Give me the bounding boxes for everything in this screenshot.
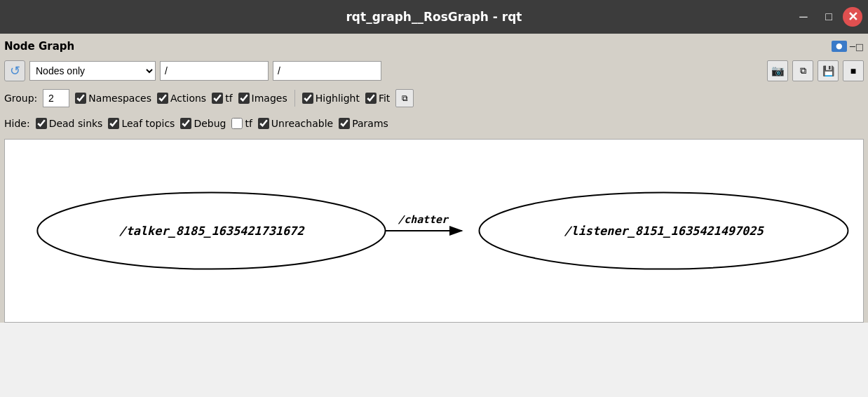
hide-options-row: Hide: Dead sinks Leaf topics Debug tf Un… [0,111,868,136]
fit-icon-button[interactable]: ⧉ [395,89,414,107]
namespaces-label: Namespaces [88,93,151,104]
tf-checkbox[interactable] [212,93,223,104]
fit-checkbox[interactable] [365,93,377,104]
leaf-topics-label: Leaf topics [121,118,175,129]
images-label: Images [252,93,287,104]
dead-sinks-checkbox-label[interactable]: Dead sinks [36,118,103,129]
save-icon: 💾 [822,65,834,76]
title-bar: rqt_graph__RosGraph - rqt ─ □ ✕ [0,0,868,34]
listener-label: /listener_8151_1635421497025 [564,224,764,238]
plugin-icon: ● [832,41,847,52]
group-stepper[interactable] [43,89,69,107]
actions-checkbox-label[interactable]: Actions [157,93,206,104]
leaf-topics-checkbox-label[interactable]: Leaf topics [108,118,175,129]
graph-area: /talker_8185_1635421731672 /chatter /lis… [4,139,864,323]
refresh-button[interactable]: ↺ [4,60,25,81]
tf-label: tf [225,93,232,104]
group-options-row: Group: Namespaces Actions tf Images High… [0,86,868,111]
images-checkbox-label[interactable]: Images [238,93,287,104]
namespaces-checkbox[interactable] [75,93,86,104]
highlight-label: Highlight [316,93,360,104]
fit-icon: ⧉ [402,93,408,103]
unreachable-checkbox-label[interactable]: Unreachable [258,118,333,129]
dead-sinks-checkbox[interactable] [36,118,47,129]
square-button[interactable]: ■ [843,60,864,81]
leaf-topics-checkbox[interactable] [108,118,119,129]
plugin-header-right: ● ─□ [832,41,864,52]
params-label: Params [352,118,388,129]
plugin-header: Node Graph ● ─□ [0,36,868,56]
actions-label: Actions [170,93,206,104]
separator-1 [294,90,295,107]
plugin-title: Node Graph [4,40,74,53]
tf2-checkbox[interactable] [231,118,243,129]
display-mode-select[interactable]: Nodes only Nodes/Topics (all) Nodes/Topi… [29,61,156,81]
plugin-controls: ─□ [850,41,864,52]
tf2-label: tf [245,118,252,129]
window-controls: ─ □ ✕ [792,6,862,28]
images-checkbox[interactable] [238,93,250,104]
params-checkbox-label[interactable]: Params [339,118,388,129]
tf-checkbox-label[interactable]: tf [212,93,232,104]
camera-button[interactable]: 📷 [767,60,788,81]
main-area: Node Graph ● ─□ ↺ Nodes only Nodes/Topic… [0,34,868,323]
fit-label: Fit [379,93,390,104]
params-checkbox[interactable] [339,118,350,129]
close-button[interactable]: ✕ [843,7,862,27]
group-label: Group: [4,93,37,104]
save-button[interactable]: 💾 [818,60,839,81]
window-title: rqt_graph__RosGraph - rqt [346,10,522,24]
unreachable-label: Unreachable [271,118,333,129]
actions-checkbox[interactable] [157,93,168,104]
debug-label: Debug [194,118,226,129]
namespace-filter-2[interactable] [273,61,381,81]
group-number-input[interactable] [43,89,69,107]
toolbar-row: ↺ Nodes only Nodes/Topics (all) Nodes/To… [0,56,868,86]
graph-svg: /talker_8185_1635421731672 /chatter /lis… [5,140,863,322]
tf2-checkbox-label[interactable]: tf [231,118,252,129]
refresh-icon: ↺ [10,63,20,79]
fit-checkbox-label[interactable]: Fit [365,93,390,104]
square-icon: ■ [850,65,856,76]
highlight-checkbox[interactable] [302,93,313,104]
hide-label: Hide: [4,118,30,129]
highlight-checkbox-label[interactable]: Highlight [302,93,360,104]
namespaces-checkbox-label[interactable]: Namespaces [75,93,151,104]
dead-sinks-label: Dead sinks [49,118,103,129]
debug-checkbox[interactable] [180,118,191,129]
chatter-topic-label: /chatter [398,213,449,226]
maximize-button[interactable]: □ [818,6,840,28]
camera-icon: 📷 [771,65,785,77]
copy-icon: ⧉ [800,65,806,76]
copy-button[interactable]: ⧉ [792,60,813,81]
unreachable-checkbox[interactable] [258,118,269,129]
talker-label: /talker_8185_1635421731672 [118,224,305,238]
debug-checkbox-label[interactable]: Debug [180,118,226,129]
namespace-filter-1[interactable] [160,61,269,81]
minimize-button[interactable]: ─ [792,6,815,28]
